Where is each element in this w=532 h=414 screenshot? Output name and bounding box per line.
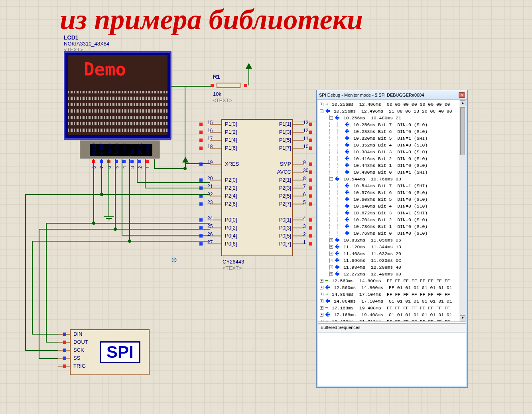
debug-row[interactable]: ┊ ┊🡸 10.256ms Bit 7 DIN=0 (SL0) [320, 121, 464, 128]
debug-row[interactable]: ┊ ┊🡸 10.544ms Bit 7 DIN=1 (SHI) [320, 182, 464, 189]
debug-row[interactable]: ┊ ┊🡸 10.288ms Bit 6 DIN=0 (SL0) [320, 128, 464, 135]
chip-pin-number: 9 [303, 160, 306, 165]
debug-row[interactable]: +🡸 14.864ms 17.104ms 01 01 01 01 01 01 0… [320, 298, 464, 305]
debug-row[interactable]: ┊+🡸 10.832ms 11.056ms 06 [320, 237, 464, 244]
wire [25, 194, 26, 351]
buffered-sequences-pane[interactable] [318, 332, 466, 386]
expand-icon[interactable]: + [320, 286, 323, 289]
debug-text: 14.864ms 17.104ms FF FF FF FF FF FF FF F… [329, 291, 450, 298]
expand-icon[interactable]: + [320, 293, 323, 296]
scroll-up-icon[interactable]: ▴ [460, 100, 465, 106]
debug-tree-pane[interactable]: +➔ 10.256ms 12.496ms 00 00 00 00 00 00 0… [318, 100, 466, 322]
debug-row[interactable]: ┊+🡸 11.120ms 11.344ms 13 [320, 244, 464, 250]
debug-row[interactable]: +➔ 10.256ms 12.496ms 00 00 00 00 00 00 0… [320, 101, 464, 108]
debug-row[interactable]: ┊ ┊🡸 10.352ms Bit 4 DIN=0 (SL0) [320, 142, 464, 149]
debug-row[interactable]: ┊+🡸 11.696ms 11.920ms 0C [320, 257, 464, 264]
window-title: SPI Debug - Monitor mode - $ISPI DEBUGGE… [319, 93, 424, 97]
expand-icon[interactable]: + [320, 279, 323, 283]
expand-icon[interactable]: + [320, 313, 323, 317]
wire [39, 229, 39, 359]
miso-arrow-icon: 🡸 [325, 108, 330, 115]
chip-part[interactable]: CY26443 [223, 259, 244, 265]
miso-arrow-icon: 🡸 [335, 264, 340, 271]
pin-stub [293, 188, 304, 188]
spi-debug-window[interactable]: SPI Debug - Monitor mode - $ISPI DEBUGGE… [316, 90, 468, 388]
debug-row[interactable]: ┊ ┊🡸 10.736ms Bit 1 DIN=0 (SL0) [320, 223, 464, 230]
collapse-icon[interactable]: − [329, 116, 333, 120]
pin-stub [210, 132, 221, 133]
debug-row[interactable]: +➔ 12.560ms 14.800ms FF FF FF FF FF FF F… [320, 277, 464, 284]
resistor-body[interactable] [217, 83, 240, 88]
debug-row[interactable]: +🡸 17.168ms 19.408ms 01 01 01 01 01 01 0… [320, 311, 464, 318]
chip-pin-name: P2[4] [225, 193, 237, 199]
miso-arrow-icon: 🡸 [345, 121, 350, 128]
debug-text: 12.272ms 12.496ms 80 [341, 271, 401, 277]
debug-text: 10.384ms Bit 3 DIN=0 (SL0) [351, 149, 428, 155]
lcd-part[interactable]: NOKIA3310_48X84 [64, 41, 109, 47]
debug-row[interactable]: ┊−🡸 10.544ms 10.768ms 88 [320, 176, 464, 182]
scroll-down-icon[interactable]: ▾ [460, 315, 465, 321]
close-icon[interactable]: ✕ [459, 92, 465, 98]
collapse-icon[interactable]: − [329, 177, 333, 181]
debug-row[interactable]: ┊ ┊🡸 10.608ms Bit 5 DIN=0 (SL0) [320, 196, 464, 203]
debug-row[interactable]: +➔ 14.864ms 17.104ms FF FF FF FF FF FF F… [320, 291, 464, 298]
expand-icon[interactable]: + [329, 265, 333, 269]
chip-pin-name: P0[5] [279, 233, 291, 239]
scrollbar[interactable]: ▴ ▾ [459, 100, 466, 321]
debug-row[interactable]: ┊ ┊🡸 10.576ms Bit 6 DIN=0 (SL0) [320, 189, 464, 196]
debug-row[interactable]: ┊ ┊🡸 10.448ms Bit 1 DIN=0 (SL0) [320, 162, 464, 169]
pin-stub [293, 172, 304, 172]
power-arrow-icon [182, 157, 189, 162]
collapse-icon[interactable]: − [320, 109, 323, 113]
debug-row[interactable]: +➔ 17.168ms 19.408ms FF FF FF FF FF FF F… [320, 305, 464, 311]
miso-arrow-icon: 🡸 [345, 155, 350, 162]
debug-row[interactable]: ┊+🡸 12.272ms 12.496ms 80 [320, 271, 464, 277]
debug-row[interactable]: ┊ ┊🡸 10.480ms Bit 0 DIN=1 (SHI) [320, 169, 464, 176]
pin-stub [293, 236, 304, 236]
debug-row[interactable]: +➔ 19.472ms 21.712ms FF FF FF FF FF FF F… [320, 318, 464, 322]
debug-row[interactable]: +🡸 12.560ms 14.800ms FF 01 01 01 01 01 0… [320, 284, 464, 291]
expand-icon[interactable]: + [320, 103, 323, 106]
resistor-ref[interactable]: R1 [213, 73, 220, 80]
expand-icon[interactable]: + [329, 272, 333, 276]
debug-row[interactable]: ┊+🡸 11.408ms 11.632ms 20 [320, 250, 464, 257]
expand-icon[interactable]: + [320, 299, 323, 303]
debug-text: 10.544ms 10.768ms 88 [341, 176, 401, 182]
debug-row[interactable]: −🡸 10.256ms 12.496ms 21 88 06 13 20 0C 4… [320, 108, 464, 115]
pin-terminal [130, 160, 134, 163]
chip-pin-number: 13 [303, 120, 308, 125]
expand-icon[interactable]: + [329, 238, 333, 242]
debug-row[interactable]: ┊ ┊🡸 10.416ms Bit 2 DIN=0 (SL0) [320, 155, 464, 162]
lcd-component[interactable]: Demo [64, 51, 171, 140]
debug-row[interactable]: ┊ ┊🡸 10.704ms Bit 2 DIN=0 (SL0) [320, 216, 464, 223]
chip-pin-name: P1[5] [279, 137, 291, 143]
chip-pin-name: P0[6] [225, 241, 237, 247]
debug-text: 10.288ms Bit 6 DIN=0 (SL0) [351, 128, 428, 135]
window-titlebar[interactable]: SPI Debug - Monitor mode - $ISPI DEBUGGE… [317, 90, 467, 100]
wire [93, 159, 94, 224]
resistor-value[interactable]: 10k [213, 91, 221, 97]
debug-row[interactable]: ┊ ┊🡸 10.320ms Bit 5 DIN=1 (SHI) [320, 135, 464, 142]
wire [137, 182, 210, 183]
expand-icon[interactable]: + [329, 259, 333, 262]
debug-row[interactable]: ┊−🡸 10.256ms 10.480ms 21 [320, 115, 464, 121]
miso-arrow-icon: 🡸 [345, 196, 350, 203]
pin-terminal [309, 186, 312, 190]
debug-text: 10.352ms Bit 4 DIN=0 (SL0) [351, 142, 428, 149]
scroll-thumb[interactable] [460, 107, 465, 155]
debug-row[interactable]: ┊+🡸 11.984ms 12.208ms 40 [320, 264, 464, 271]
debug-row[interactable]: ┊ ┊🡸 10.768ms Bit 0 DIN=0 (SL0) [320, 230, 464, 237]
pin-stub [210, 228, 221, 228]
debug-row[interactable]: ┊ ┊🡸 10.384ms Bit 3 DIN=0 (SL0) [320, 149, 464, 155]
expand-icon[interactable]: + [320, 306, 323, 310]
buffered-sequences-header[interactable]: Buffered Sequences [318, 323, 466, 332]
expand-icon[interactable]: + [329, 252, 333, 256]
expand-icon[interactable]: + [320, 320, 323, 322]
debug-row[interactable]: ┊ ┊🡸 10.640ms Bit 4 DIN=0 (SL0) [320, 203, 464, 210]
lcd-ref[interactable]: LCD1 [64, 34, 79, 41]
chip-pin-name: XRES [225, 161, 239, 167]
debug-row[interactable]: ┊ ┊🡸 10.672ms Bit 3 DIN=1 (SHI) [320, 210, 464, 216]
debug-text: 10.256ms Bit 7 DIN=0 (SL0) [351, 121, 428, 128]
junction [114, 228, 117, 231]
expand-icon[interactable]: + [329, 245, 333, 249]
